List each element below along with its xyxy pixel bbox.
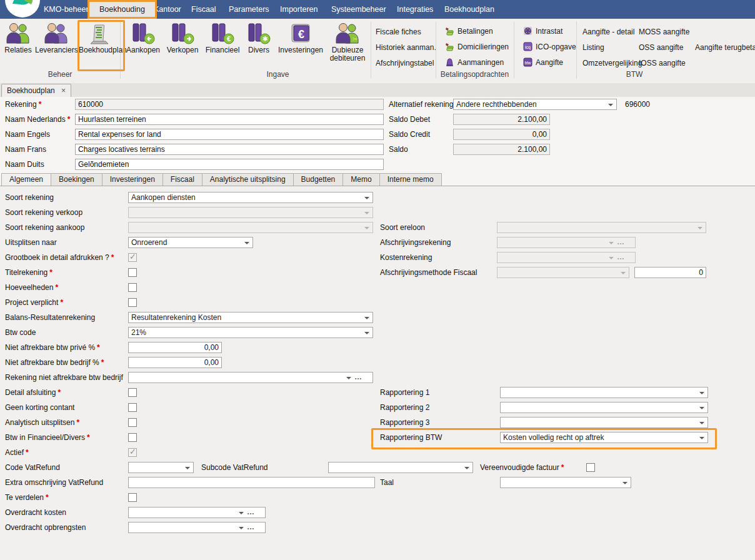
ribbon-link-ico-opgave[interactable]: icq ICO-opgave [523, 42, 576, 51]
ribbon-button-financieel[interactable]: € Financieel [202, 22, 242, 68]
browse-ellipsis-icon: … [354, 372, 362, 381]
menu-item-kmo-beheer[interactable]: KMO-beheer [40, 0, 92, 19]
ribbon-button-aankopen[interactable]: Aankopen [124, 22, 162, 68]
afschrijvingsrekening-dropdown: … [497, 237, 636, 248]
btw-financieel-divers-checkbox[interactable]: ✓ [128, 433, 137, 442]
svg-text:icq: icq [525, 45, 531, 50]
geen-korting-checkbox[interactable]: ✓ [128, 403, 137, 412]
menu-item-boekhoudplan[interactable]: Boekhoudplan [441, 0, 498, 19]
menu-item-systeembeheer[interactable]: Systeembeheer [328, 0, 390, 19]
tab-boekingen[interactable]: Boekingen [51, 173, 102, 186]
overdracht-kosten-dropdown[interactable]: … [128, 507, 266, 518]
rapportering-2-dropdown[interactable] [500, 402, 708, 413]
ribbon-link-domicilieringen[interactable]: Domicilieringen [445, 42, 509, 51]
required-marker: * [101, 358, 104, 367]
verkopen-books-icon [170, 22, 195, 45]
required-marker: * [60, 298, 63, 307]
tab-investeringen[interactable]: Investeringen [102, 173, 163, 186]
balans-resultatenrekening-dropdown[interactable]: Resultatenrekening Kosten [128, 312, 373, 323]
ribbon-button-boekhoudplan[interactable]: Boekhoudplan [79, 22, 120, 68]
ribbon-button-relaties[interactable]: Relaties [1, 22, 35, 68]
ribbon-button-dubieuze-debiteuren[interactable]: ✂ Dubieuze debiteuren [328, 22, 368, 68]
rekening-niet-aftrekbaar-label: Rekening niet aftrekbare btw bedrijf [5, 372, 123, 383]
ribbon-button-leveranciers[interactable]: Leveranciers [35, 22, 78, 68]
extra-omschrijving-vatrefund-input[interactable] [128, 477, 375, 488]
project-verplicht-checkbox[interactable]: ✓ [128, 298, 137, 307]
chevron-down-icon [608, 104, 613, 106]
ribbon-link-betalingen[interactable]: Betalingen [445, 26, 493, 36]
close-icon[interactable]: × [61, 84, 66, 97]
document-tabbar: Boekhoudplan × [0, 83, 755, 98]
ribbon-link-moss-aangifte[interactable]: MOSS aangifte [639, 28, 689, 36]
hoeveelheden-label: Hoeveelheden [5, 283, 53, 292]
rapportering-1-dropdown[interactable] [500, 387, 708, 398]
menu-item-importeren[interactable]: Importeren [276, 0, 321, 19]
alternatief-rekening-dropdown[interactable]: Andere rechthebbenden [453, 99, 617, 110]
ribbon-link-aangifte-detail[interactable]: Aangifte - detail [582, 28, 634, 36]
naam-duits-label: Naam Duits [5, 159, 44, 170]
detail-afsluiting-checkbox[interactable]: ✓ [128, 388, 137, 397]
ribbon-link-oss-aangifte[interactable]: OSS aangifte [639, 43, 683, 52]
naam-nederlands-input[interactable] [75, 114, 384, 125]
btw-bedrijf-label: Niet aftrekbare btw bedrijf % [5, 358, 99, 367]
btw-code-dropdown[interactable]: 21% [128, 327, 373, 338]
project-verplicht-label: Project verplicht [5, 298, 58, 307]
detail-tabstrip: Algemeen Boekingen Investeringen Fiscaal… [1, 173, 442, 186]
ribbon-button-investeringen[interactable]: € Investeringen [275, 22, 326, 68]
dubieuze-debiteuren-people-icon: ✂ [336, 22, 359, 45]
tab-budgetten[interactable]: Budgetten [294, 173, 344, 186]
tab-interne-memo[interactable]: Interne memo [380, 173, 442, 186]
vereenvoudigde-factuur-checkbox[interactable]: ✓ [586, 463, 595, 472]
saldo-debet-value [453, 114, 550, 125]
ribbon-button-divers[interactable]: ✱ Divers [244, 22, 274, 68]
naam-frans-input[interactable] [75, 144, 384, 155]
titelrekening-checkbox[interactable]: ✓ [128, 268, 137, 277]
code-vatrefund-dropdown[interactable] [128, 462, 194, 473]
rapportering-btw-dropdown[interactable]: Kosten volledig recht op aftrek [500, 432, 708, 443]
required-marker: * [58, 388, 61, 397]
te-verdelen-checkbox[interactable]: ✓ [128, 493, 137, 502]
uitsplitsen-naar-dropdown[interactable]: Onroerend [128, 237, 253, 248]
taal-dropdown[interactable] [500, 477, 631, 488]
soort-ereloon-label: Soort ereloon [380, 222, 425, 233]
ribbon-link-listing[interactable]: Listing [582, 43, 604, 52]
naam-engels-input[interactable] [75, 129, 384, 140]
chevron-down-icon [699, 437, 704, 439]
ribbon-link-aangifte-terugbetaling[interactable]: Aangifte terugbetaling [695, 43, 755, 52]
rapportering-3-dropdown[interactable] [500, 417, 708, 428]
rekening-niet-aftrekbaar-dropdown[interactable]: … [128, 372, 373, 383]
ribbon-button-verkopen[interactable]: Verkopen [164, 22, 201, 68]
actief-checkbox[interactable]: ✓ [128, 448, 137, 457]
tab-algemeen[interactable]: Algemeen [1, 173, 51, 187]
menu-item-fiscaal[interactable]: Fiscaal [188, 0, 220, 19]
btw-prive-input[interactable] [128, 342, 222, 353]
hoeveelheden-checkbox[interactable]: ✓ [128, 283, 137, 292]
soort-rekening-dropdown[interactable]: Aankopen diensten [128, 192, 373, 203]
menu-item-parameters[interactable]: Parameters [225, 0, 273, 19]
ribbon-link-intrastat[interactable]: Intrastat [523, 26, 562, 36]
naam-frans-label: Naam Frans [5, 144, 46, 155]
afschrijvingsmethode-number[interactable] [634, 267, 706, 278]
ribbon-link-fiscale-fiches[interactable]: Fiscale fiches [376, 28, 421, 36]
tab-analytische-uitsplitsing[interactable]: Analytische uitsplitsing [202, 173, 294, 186]
analytisch-uitsplitsen-label: Analytisch uitsplitsen [5, 418, 74, 427]
subcode-vatrefund-dropdown[interactable] [328, 462, 473, 473]
ribbon-link-aangifte[interactable]: btw Aangifte [523, 58, 563, 67]
ribbon-link-historiek-aanman[interactable]: Historiek aanman. [376, 43, 436, 52]
ribbon-link-aanmaningen[interactable]: Aanmaningen [445, 58, 504, 67]
menu-item-boekhouding[interactable]: Boekhouding [88, 0, 157, 19]
document-tab-boekhoudplan[interactable]: Boekhoudplan × [1, 84, 71, 97]
analytisch-uitsplitsen-checkbox[interactable]: ✓ [128, 418, 137, 427]
ribbon-link-omzetvergelijking[interactable]: Omzetvergelijking [582, 59, 642, 68]
kostenrekening-label: Kostenrekening [380, 252, 432, 263]
ribbon-link-ioss-aangifte[interactable]: IOSS aangifte [639, 59, 686, 68]
grootboek-detail-checkbox[interactable]: ✓ [128, 253, 137, 262]
tab-memo[interactable]: Memo [343, 173, 379, 186]
tab-fiscaal[interactable]: Fiscaal [163, 173, 202, 186]
naam-duits-input[interactable] [75, 159, 384, 170]
rekening-input[interactable] [75, 99, 384, 110]
ribbon-link-afschrijvingstabel[interactable]: Afschrijvingstabel [376, 59, 434, 68]
menu-item-integraties[interactable]: Integraties [393, 0, 437, 19]
btw-bedrijf-input[interactable] [128, 357, 222, 368]
overdracht-opbrengsten-dropdown[interactable]: … [128, 522, 266, 533]
